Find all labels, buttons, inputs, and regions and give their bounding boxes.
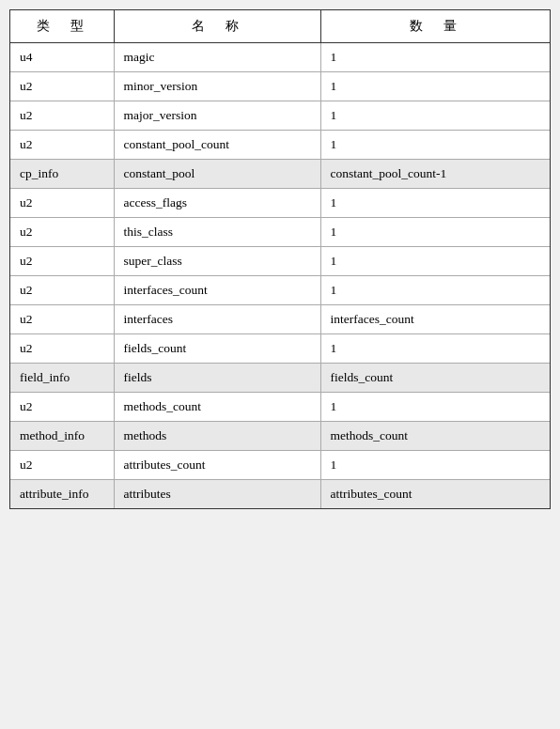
table-row: cp_infoconstant_poolconstant_pool_count-…: [10, 160, 550, 189]
cell-name: methods_count: [114, 393, 320, 422]
class-structure-table: 类 型 名 称 数 量 u4magic1u2minor_version1u2ma…: [10, 10, 550, 508]
header-name: 名 称: [114, 10, 320, 43]
cell-type: u2: [10, 189, 114, 218]
table-row: field_infofieldsfields_count: [10, 364, 550, 393]
cell-name: fields: [114, 364, 320, 393]
cell-type: u2: [10, 276, 114, 305]
cell-type: u4: [10, 43, 114, 72]
table-row: u2this_class1: [10, 218, 550, 247]
cell-name: magic: [114, 43, 320, 72]
table-row: u2interfacesinterfaces_count: [10, 305, 550, 334]
cell-count: attributes_count: [320, 480, 550, 509]
table-row: u2constant_pool_count1: [10, 131, 550, 160]
main-table-container: 类 型 名 称 数 量 u4magic1u2minor_version1u2ma…: [9, 9, 551, 509]
cell-count: 1: [320, 276, 550, 305]
header-count: 数 量: [320, 10, 550, 43]
cell-type: u2: [10, 334, 114, 364]
table-row: attribute_infoattributesattributes_count: [10, 480, 550, 509]
table-header-row: 类 型 名 称 数 量: [10, 10, 550, 43]
table-row: u2fields_count1: [10, 334, 550, 364]
cell-type: u2: [10, 305, 114, 334]
cell-name: minor_version: [114, 72, 320, 101]
table-row: method_infomethodsmethods_count: [10, 422, 550, 451]
cell-count: 1: [320, 334, 550, 364]
cell-name: fields_count: [114, 334, 320, 364]
cell-count: interfaces_count: [320, 305, 550, 334]
cell-count: 1: [320, 101, 550, 131]
cell-name: access_flags: [114, 189, 320, 218]
cell-name: attributes_count: [114, 451, 320, 480]
cell-type: u2: [10, 72, 114, 101]
cell-count: 1: [320, 72, 550, 101]
cell-name: this_class: [114, 218, 320, 247]
cell-name: constant_pool_count: [114, 131, 320, 160]
cell-name: major_version: [114, 101, 320, 131]
table-row: u2super_class1: [10, 247, 550, 276]
cell-name: interfaces_count: [114, 276, 320, 305]
cell-type: u2: [10, 393, 114, 422]
cell-count: fields_count: [320, 364, 550, 393]
table-row: u2access_flags1: [10, 189, 550, 218]
cell-type: u2: [10, 131, 114, 160]
cell-type: method_info: [10, 422, 114, 451]
cell-count: methods_count: [320, 422, 550, 451]
cell-name: methods: [114, 422, 320, 451]
table-row: u2interfaces_count1: [10, 276, 550, 305]
cell-type: cp_info: [10, 160, 114, 189]
cell-name: super_class: [114, 247, 320, 276]
table-row: u2methods_count1: [10, 393, 550, 422]
table-row: u2major_version1: [10, 101, 550, 131]
cell-count: 1: [320, 189, 550, 218]
cell-count: 1: [320, 247, 550, 276]
cell-type: field_info: [10, 364, 114, 393]
cell-type: u2: [10, 218, 114, 247]
table-row: u2attributes_count1: [10, 451, 550, 480]
table-row: u4magic1: [10, 43, 550, 72]
cell-type: u2: [10, 101, 114, 131]
cell-name: attributes: [114, 480, 320, 509]
cell-count: constant_pool_count-1: [320, 160, 550, 189]
cell-type: attribute_info: [10, 480, 114, 509]
table-row: u2minor_version1: [10, 72, 550, 101]
cell-name: interfaces: [114, 305, 320, 334]
header-type: 类 型: [10, 10, 114, 43]
cell-count: 1: [320, 131, 550, 160]
cell-name: constant_pool: [114, 160, 320, 189]
cell-type: u2: [10, 247, 114, 276]
cell-count: 1: [320, 43, 550, 72]
cell-count: 1: [320, 218, 550, 247]
cell-count: 1: [320, 451, 550, 480]
cell-type: u2: [10, 451, 114, 480]
cell-count: 1: [320, 393, 550, 422]
